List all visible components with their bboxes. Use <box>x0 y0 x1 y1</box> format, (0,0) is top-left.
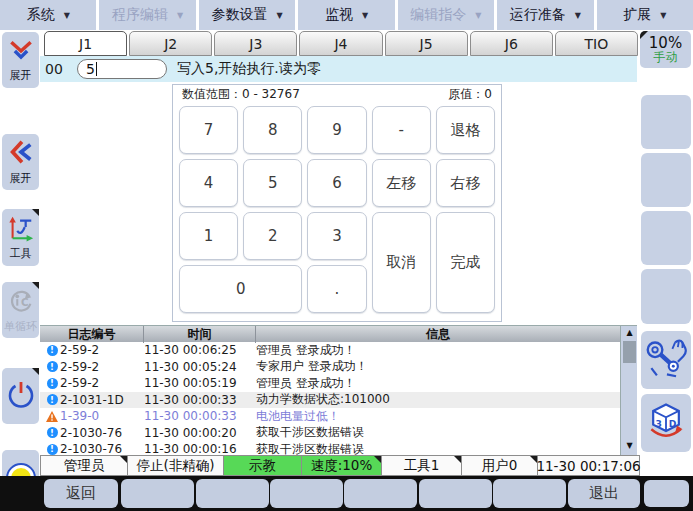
chevron-down-icon: ▼ <box>475 11 481 20</box>
scrollbar-thumb[interactable] <box>623 341 636 363</box>
log-header: 日志编号 时间 信息 <box>40 326 620 342</box>
power-icon <box>6 380 36 413</box>
key-8[interactable]: 8 <box>243 106 302 154</box>
key-dot[interactable]: . <box>307 265 366 313</box>
menu-program-edit: 程序编辑▼ <box>99 0 195 30</box>
manual-mode-label: 手动 <box>654 51 678 64</box>
tool-frame-button[interactable]: 工具 <box>2 209 39 266</box>
status-user-frame[interactable]: 用户0 <box>462 455 538 476</box>
scroll-up-icon[interactable]: ▲ <box>621 328 637 337</box>
key-7[interactable]: 7 <box>179 106 238 154</box>
menu-extend[interactable]: 扩展▼ <box>597 0 693 30</box>
warning-icon <box>44 411 60 422</box>
key-backspace[interactable]: 退格 <box>436 106 495 154</box>
menu-run-prepare[interactable]: 运行准备▼ <box>497 0 593 30</box>
log-panel: 日志编号 时间 信息 ! 2-59-2 11-30 00:06:25 管理员 登… <box>40 325 637 455</box>
function-key-blank-3[interactable] <box>270 479 343 508</box>
svg-text:3: 3 <box>655 418 661 429</box>
log-header-id: 日志编号 <box>40 326 144 343</box>
expand-down-button[interactable]: 展开 <box>2 32 39 88</box>
log-row[interactable]: ! 2-1031-1D 11-30 00:00:33 动力学数据状态:10100… <box>40 392 620 409</box>
line-number: 00 <box>45 61 71 77</box>
bottom-function-bar: 返回 退出 <box>0 476 693 511</box>
log-header-time: 时间 <box>144 326 256 343</box>
menu-bar: 系统▼ 程序编辑▼ 参数设置▼ 监视▼ 编辑指令▼ 运行准备▼ 扩展▼ <box>0 0 693 30</box>
single-cycle-button: C 单循环 <box>2 282 39 338</box>
function-key-blank-4[interactable] <box>344 479 417 508</box>
status-teach-mode: 示教 <box>224 455 302 476</box>
key-9[interactable]: 9 <box>307 106 366 154</box>
key-done[interactable]: 完成 <box>436 212 495 313</box>
tab-j1[interactable]: J1 <box>44 31 127 56</box>
key-shift-right[interactable]: 右移 <box>436 159 495 207</box>
soft-key-blank-2[interactable] <box>641 153 691 207</box>
text-caret <box>96 62 97 76</box>
key-5[interactable]: 5 <box>243 159 302 207</box>
function-key-blank-1[interactable] <box>121 479 194 508</box>
soft-key-blank-1[interactable] <box>641 95 691 149</box>
key-shift-left[interactable]: 左移 <box>372 159 431 207</box>
menu-system[interactable]: 系统▼ <box>0 0 96 30</box>
menu-edit-command: 编辑指令▼ <box>398 0 494 30</box>
expand-left-button[interactable]: 展开 <box>2 134 39 190</box>
key-0[interactable]: 0 <box>179 265 302 313</box>
log-row-clipped[interactable]: ! 2-1030-76 11-30 00:00:16 获取干涉区数据错误 <box>40 441 620 455</box>
key-4[interactable]: 4 <box>179 159 238 207</box>
status-bar: 管理员 停止(非精确) 示教 速度:10% 工具1 用户0 11-30 00:1… <box>40 455 640 476</box>
key-6[interactable]: 6 <box>307 159 366 207</box>
chevron-down-icon: ▼ <box>177 11 183 20</box>
soft-key-blank-3[interactable] <box>641 211 691 265</box>
log-row[interactable]: ! 2-59-2 11-30 00:05:19 管理员 登录成功！ <box>40 375 620 392</box>
tab-j3[interactable]: J3 <box>214 31 297 56</box>
key-1[interactable]: 1 <box>179 212 238 260</box>
menu-parameter-settings[interactable]: 参数设置▼ <box>199 0 295 30</box>
log-row[interactable]: ! 2-1030-76 11-30 00:00:20 获取干涉区数据错误 <box>40 425 620 442</box>
chevron-down-icon: ▼ <box>575 11 581 20</box>
status-tool[interactable]: 工具1 <box>382 455 462 476</box>
teach-pendant-screen: 系统▼ 程序编辑▼ 参数设置▼ 监视▼ 编辑指令▼ 运行准备▼ 扩展▼ J1 J… <box>0 0 693 511</box>
log-header-message: 信息 <box>256 326 620 343</box>
key-3[interactable]: 3 <box>307 212 366 260</box>
tab-j6[interactable]: J6 <box>470 31 553 56</box>
soft-key-blank-4[interactable] <box>641 269 691 324</box>
log-scrollbar[interactable]: ▲ ▼ <box>620 326 637 455</box>
tab-tio[interactable]: TIO <box>555 31 638 56</box>
status-run-state: 停止(非精确) <box>128 455 224 476</box>
view-3d-button[interactable]: 3 D <box>641 394 691 452</box>
back-button[interactable]: 返回 <box>44 479 118 508</box>
tab-j5[interactable]: J5 <box>385 31 468 56</box>
status-speed[interactable]: 速度:10% <box>302 455 382 476</box>
info-icon: ! <box>44 361 60 372</box>
corner-fold-icon <box>120 456 127 463</box>
function-key-blank-6[interactable] <box>493 479 566 508</box>
value-input[interactable]: 5 <box>77 59 167 79</box>
key-minus[interactable]: - <box>372 106 431 154</box>
speed-mode-button[interactable]: 10% 手动 <box>640 31 691 68</box>
key-2[interactable]: 2 <box>243 212 302 260</box>
parameter-edit-row: 00 5 写入5,开始执行.读为零 <box>40 56 637 82</box>
function-key-blank-2[interactable] <box>196 479 269 508</box>
function-key-blank-5[interactable] <box>419 479 492 508</box>
info-icon: ! <box>44 427 60 438</box>
log-row[interactable]: ! 2-59-2 11-30 00:05:24 专家用户 登录成功！ <box>40 359 620 376</box>
exit-button[interactable]: 退出 <box>568 479 640 508</box>
chevron-down-icon: ▼ <box>362 11 368 20</box>
scroll-down-icon[interactable]: ▼ <box>621 441 637 450</box>
tab-j4[interactable]: J4 <box>299 31 382 56</box>
drag-teach-button[interactable] <box>641 331 691 389</box>
status-user[interactable]: 管理员 <box>40 455 128 476</box>
svg-text:D: D <box>669 418 677 429</box>
menu-monitor[interactable]: 监视▼ <box>298 0 394 30</box>
power-button[interactable] <box>2 368 39 424</box>
log-row[interactable]: ! 2-59-2 11-30 00:06:25 管理员 登录成功！ <box>40 342 620 359</box>
tab-j2[interactable]: J2 <box>129 31 212 56</box>
chevron-down-icon: ▼ <box>64 11 70 20</box>
corner-fold-icon <box>374 456 381 463</box>
function-key-blank-7[interactable] <box>644 480 689 507</box>
tool-axes-icon <box>7 214 35 245</box>
log-row[interactable]: 1-39-0 11-30 00:00:33 电池电量过低！ <box>40 408 620 425</box>
joint-tab-row: J1 J2 J3 J4 J5 J6 TIO <box>44 31 638 56</box>
key-cancel[interactable]: 取消 <box>372 212 431 313</box>
speed-percent: 10% <box>649 35 682 52</box>
info-icon: ! <box>44 378 60 389</box>
